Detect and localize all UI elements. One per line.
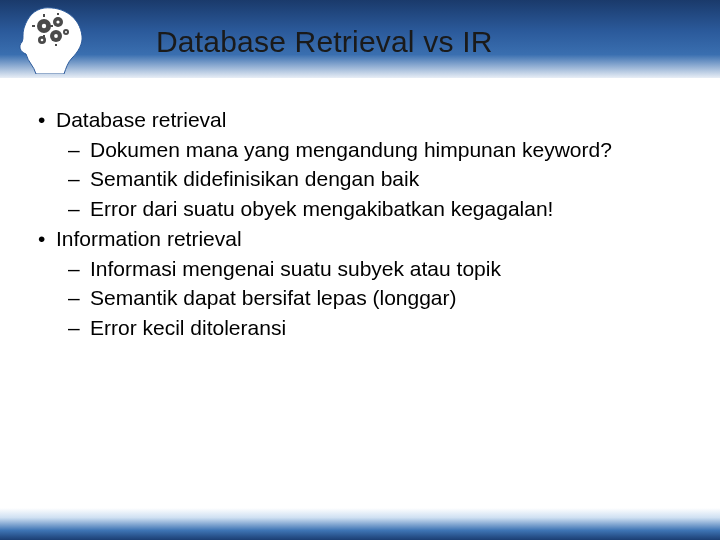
svg-point-8 bbox=[41, 39, 44, 42]
bullet-text: Error kecil ditoleransi bbox=[90, 314, 286, 342]
list-item: – Semantik didefinisikan dengan baik bbox=[36, 165, 684, 193]
list-item: • Database retrieval bbox=[36, 106, 684, 134]
bullet-text: Database retrieval bbox=[56, 106, 226, 134]
bullet-text: Semantik dapat bersifat lepas (longgar) bbox=[90, 284, 457, 312]
slide-footer bbox=[0, 508, 720, 540]
dash-icon: – bbox=[68, 136, 90, 164]
list-item: • Information retrieval bbox=[36, 225, 684, 253]
slide-body: • Database retrieval – Dokumen mana yang… bbox=[0, 78, 720, 508]
head-gears-icon bbox=[6, 4, 106, 74]
dash-icon: – bbox=[68, 314, 90, 342]
dash-icon: – bbox=[68, 284, 90, 312]
bullet-text: Information retrieval bbox=[56, 225, 242, 253]
bullet-text: Informasi mengenai suatu subyek atau top… bbox=[90, 255, 501, 283]
svg-point-6 bbox=[56, 20, 59, 23]
bullet-text: Dokumen mana yang mengandung himpunan ke… bbox=[90, 136, 612, 164]
svg-point-9 bbox=[65, 31, 67, 33]
svg-point-7 bbox=[54, 34, 58, 38]
list-item: – Informasi mengenai suatu subyek atau t… bbox=[36, 255, 684, 283]
bullet-icon: • bbox=[36, 106, 56, 134]
dash-icon: – bbox=[68, 165, 90, 193]
list-item: – Error kecil ditoleransi bbox=[36, 314, 684, 342]
list-item: – Dokumen mana yang mengandung himpunan … bbox=[36, 136, 684, 164]
bullet-icon: • bbox=[36, 225, 56, 253]
list-item: – Semantik dapat bersifat lepas (longgar… bbox=[36, 284, 684, 312]
svg-point-5 bbox=[42, 24, 46, 28]
dash-icon: – bbox=[68, 255, 90, 283]
slide: Database Retrieval vs IR • Database retr… bbox=[0, 0, 720, 540]
slide-header: Database Retrieval vs IR bbox=[0, 0, 720, 78]
bullet-text: Error dari suatu obyek mengakibatkan keg… bbox=[90, 195, 553, 223]
bullet-text: Semantik didefinisikan dengan baik bbox=[90, 165, 419, 193]
list-item: – Error dari suatu obyek mengakibatkan k… bbox=[36, 195, 684, 223]
slide-title: Database Retrieval vs IR bbox=[156, 25, 493, 59]
dash-icon: – bbox=[68, 195, 90, 223]
